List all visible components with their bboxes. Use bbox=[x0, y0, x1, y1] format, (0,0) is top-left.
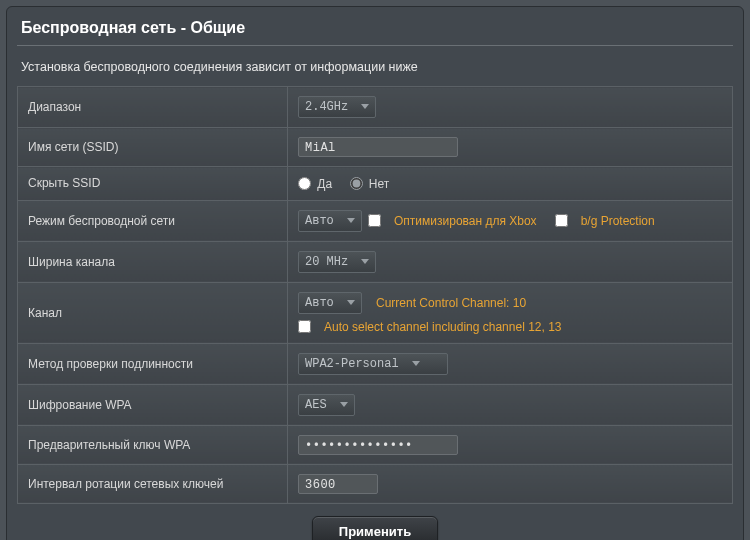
label-hide-ssid: Скрыть SSID bbox=[18, 167, 288, 201]
row-wireless-mode: Режим беспроводной сети Авто Оптимизиров… bbox=[18, 200, 733, 241]
channel-width-select[interactable]: 20 MHz bbox=[298, 251, 376, 273]
chevron-down-icon bbox=[347, 300, 355, 305]
channel-value: Авто bbox=[305, 296, 334, 310]
row-band: Диапазон 2.4GHz bbox=[18, 87, 733, 128]
hide-ssid-no-label: Нет bbox=[369, 177, 389, 191]
row-channel: Канал Авто Current Control Channel: 10 A… bbox=[18, 282, 733, 343]
wpa-encryption-value: AES bbox=[305, 398, 327, 412]
chevron-down-icon bbox=[361, 104, 369, 109]
bg-protection-label[interactable]: b/g Protection bbox=[581, 214, 655, 228]
chevron-down-icon bbox=[347, 218, 355, 223]
rekey-interval-input[interactable]: 3600 bbox=[298, 474, 378, 494]
wireless-mode-value: Авто bbox=[305, 214, 334, 228]
wireless-general-panel: Беспроводная сеть - Общие Установка бесп… bbox=[6, 6, 744, 540]
hide-ssid-yes-radio[interactable] bbox=[298, 177, 311, 190]
page-subtitle: Установка беспроводного соединения завис… bbox=[7, 46, 743, 86]
label-channel-width: Ширина канала bbox=[18, 241, 288, 282]
row-wpa-encryption: Шифрование WPA AES bbox=[18, 384, 733, 425]
row-auth-method: Метод проверки подлинности WPA2-Personal bbox=[18, 343, 733, 384]
bg-protection-checkbox[interactable] bbox=[555, 214, 568, 227]
channel-width-value: 20 MHz bbox=[305, 255, 348, 269]
band-select[interactable]: 2.4GHz bbox=[298, 96, 376, 118]
label-channel: Канал bbox=[18, 282, 288, 343]
current-control-channel-label: Current Control Channel: 10 bbox=[376, 296, 526, 310]
page-title: Беспроводная сеть - Общие bbox=[7, 7, 743, 45]
auth-method-select[interactable]: WPA2-Personal bbox=[298, 353, 448, 375]
label-wireless-mode: Режим беспроводной сети bbox=[18, 200, 288, 241]
hide-ssid-yes-label: Да bbox=[317, 177, 332, 191]
label-wpa-psk: Предварительный ключ WPA bbox=[18, 425, 288, 464]
label-rekey-interval: Интервал ротации сетевых ключей bbox=[18, 464, 288, 503]
chevron-down-icon bbox=[361, 259, 369, 264]
row-rekey-interval: Интервал ротации сетевых ключей 3600 bbox=[18, 464, 733, 503]
wpa-psk-input[interactable]: •••••••••••••• bbox=[298, 435, 458, 455]
auth-method-value: WPA2-Personal bbox=[305, 357, 399, 371]
channel-select[interactable]: Авто bbox=[298, 292, 362, 314]
row-wpa-psk: Предварительный ключ WPA •••••••••••••• bbox=[18, 425, 733, 464]
hide-ssid-no-radio[interactable] bbox=[350, 177, 363, 190]
settings-table: Диапазон 2.4GHz Имя сети (SSID) MiAl Скр… bbox=[17, 86, 733, 504]
wireless-mode-select[interactable]: Авто bbox=[298, 210, 362, 232]
xbox-optimize-checkbox[interactable] bbox=[368, 214, 381, 227]
ssid-input[interactable]: MiAl bbox=[298, 137, 458, 157]
button-row: Применить bbox=[7, 504, 743, 540]
row-ssid: Имя сети (SSID) MiAl bbox=[18, 128, 733, 167]
row-hide-ssid: Скрыть SSID Да Нет bbox=[18, 167, 733, 201]
label-ssid: Имя сети (SSID) bbox=[18, 128, 288, 167]
label-auth-method: Метод проверки подлинности bbox=[18, 343, 288, 384]
auto-ch-1213-label[interactable]: Auto select channel including channel 12… bbox=[324, 320, 562, 334]
apply-button[interactable]: Применить bbox=[312, 516, 438, 540]
chevron-down-icon bbox=[412, 361, 420, 366]
label-wpa-encryption: Шифрование WPA bbox=[18, 384, 288, 425]
auto-ch-1213-checkbox[interactable] bbox=[298, 320, 311, 333]
wpa-encryption-select[interactable]: AES bbox=[298, 394, 355, 416]
chevron-down-icon bbox=[340, 402, 348, 407]
label-band: Диапазон bbox=[18, 87, 288, 128]
row-channel-width: Ширина канала 20 MHz bbox=[18, 241, 733, 282]
band-select-value: 2.4GHz bbox=[305, 100, 348, 114]
xbox-optimize-label[interactable]: Оптимизирован для Xbox bbox=[394, 214, 537, 228]
